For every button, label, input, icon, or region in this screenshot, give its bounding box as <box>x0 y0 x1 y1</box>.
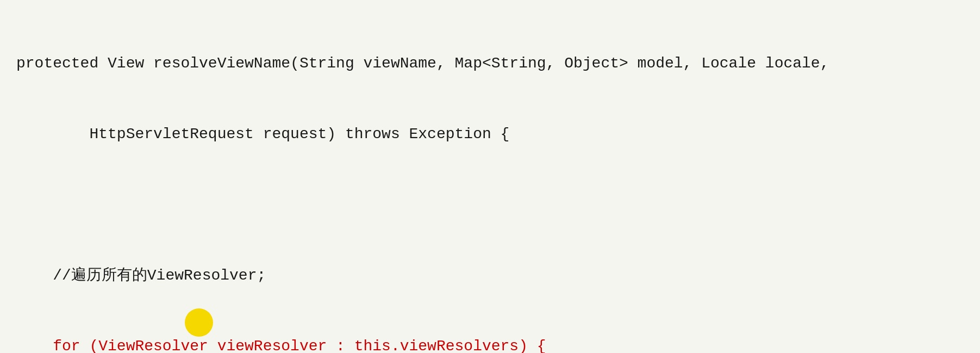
code-line-5: for (ViewResolver viewResolver : this.vi… <box>16 335 964 353</box>
code-line-1: protected View resolveViewName(String vi… <box>16 52 964 75</box>
yellow-dot-indicator <box>185 308 213 337</box>
code-block: protected View resolveViewName(String vi… <box>16 4 964 353</box>
code-text-1: protected View resolveViewName(String vi… <box>16 55 829 72</box>
code-line-4: //遍历所有的ViewResolver; <box>16 264 964 287</box>
code-container: protected View resolveViewName(String vi… <box>0 0 980 353</box>
code-text-5: for (ViewResolver viewResolver : this.vi… <box>16 338 546 353</box>
code-line-3 <box>16 193 964 216</box>
code-text-4: //遍历所有的ViewResolver; <box>16 267 266 284</box>
code-text-2: HttpServletRequest request) throws Excep… <box>16 126 509 143</box>
code-line-2: HttpServletRequest request) throws Excep… <box>16 122 964 146</box>
